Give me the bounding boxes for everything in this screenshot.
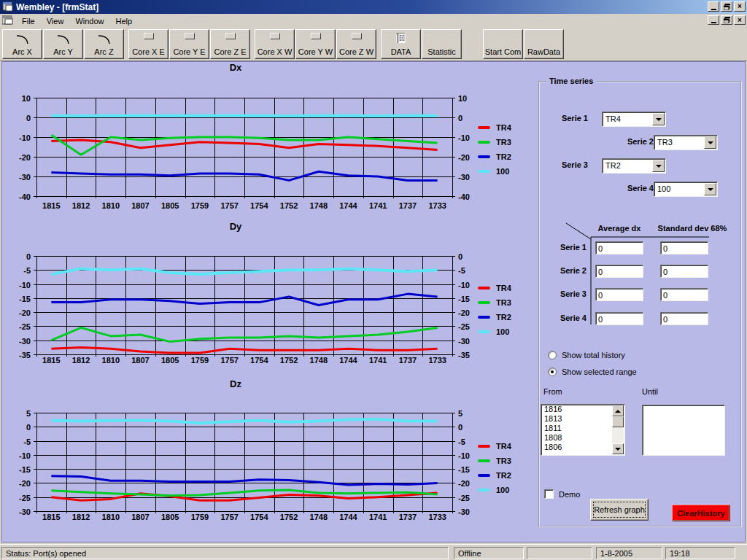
svg-text:-5: -5 xyxy=(458,266,465,275)
toolbar-button-rawdata[interactable]: RawData xyxy=(524,29,564,59)
toolbar-button-core-y-w[interactable]: Core Y W xyxy=(295,29,336,59)
legend-swatch xyxy=(478,316,490,319)
refresh-graph-button[interactable]: Refresh graph xyxy=(590,499,649,521)
toolbar-button-core-z-e[interactable]: Core Z E xyxy=(210,29,250,59)
chevron-down-icon[interactable] xyxy=(652,113,665,125)
clear-history-button[interactable]: ClearHistory xyxy=(672,505,730,521)
serie-2-combobox[interactable]: TR3 xyxy=(654,135,718,150)
svg-text:1810: 1810 xyxy=(102,356,120,365)
svg-text:0: 0 xyxy=(26,114,31,122)
scroll-thumb[interactable] xyxy=(612,416,624,427)
combobox-value: TR3 xyxy=(657,138,673,147)
from-listbox[interactable]: 18161813181118081806 xyxy=(541,404,625,456)
svg-text:Dx: Dx xyxy=(230,62,242,73)
svg-text:-30: -30 xyxy=(19,508,31,516)
scroll-down-button[interactable] xyxy=(612,443,624,454)
svg-text:1812: 1812 xyxy=(72,513,90,521)
menu-window[interactable]: Window xyxy=(69,15,109,27)
toolbar-button-label: Core Z W xyxy=(337,47,376,56)
until-listbox[interactable] xyxy=(642,405,725,456)
form-icon[interactable] xyxy=(2,15,13,26)
toolbar-button-label: Start Com xyxy=(484,47,522,56)
serie-2-label: Serie 2 xyxy=(616,137,654,146)
svg-text:1759: 1759 xyxy=(191,201,209,210)
menu-view[interactable]: View xyxy=(41,15,70,27)
series-line-100 xyxy=(51,419,437,423)
svg-text:-5: -5 xyxy=(458,438,465,446)
svg-text:1810: 1810 xyxy=(102,201,120,210)
stddev-field-serie-2[interactable] xyxy=(660,265,708,278)
scroll-up-button[interactable] xyxy=(612,405,624,416)
stddev-field-serie-3[interactable] xyxy=(660,288,708,301)
svg-text:1812: 1812 xyxy=(72,356,90,365)
svg-text:-20: -20 xyxy=(19,153,31,162)
toolbar-button-core-x-e[interactable]: Core X E xyxy=(128,29,169,59)
serie-4-combobox[interactable]: 100 xyxy=(654,182,718,197)
svg-text:1741: 1741 xyxy=(369,201,387,210)
legend-label: 100 xyxy=(496,167,509,176)
toolbar-button-arc-z[interactable]: Arc Z xyxy=(84,29,124,59)
avg-dx-field-serie-4[interactable] xyxy=(595,312,643,325)
stats-row-2-label: Serie 2 xyxy=(544,266,587,275)
stddev-field-serie-1[interactable] xyxy=(660,241,708,254)
stats-header-stddev: Standard dev 68% xyxy=(649,224,735,233)
radio-show-selected-range[interactable]: Show selected range xyxy=(548,368,637,376)
toolbar-button-core-z-w[interactable]: Core Z W xyxy=(336,29,376,59)
toolbar-button-start-com[interactable]: Start Com xyxy=(483,29,523,59)
avg-dx-field-serie-1[interactable] xyxy=(595,241,643,254)
menubar: FileViewWindowHelp × xyxy=(0,14,747,28)
svg-text:-15: -15 xyxy=(19,465,31,474)
legend-item-tr2: TR2 xyxy=(478,310,529,324)
avg-dx-field-serie-2[interactable] xyxy=(595,265,643,278)
svg-text:0: 0 xyxy=(458,423,462,432)
minimize-button[interactable] xyxy=(708,1,719,12)
svg-text:-5: -5 xyxy=(23,438,31,446)
legend-swatch xyxy=(478,126,490,129)
legend-item-tr3: TR3 xyxy=(478,295,529,310)
menu-help[interactable]: Help xyxy=(110,15,139,27)
demo-checkbox[interactable] xyxy=(544,489,554,499)
stddev-field-serie-4[interactable] xyxy=(660,312,708,325)
svg-text:0: 0 xyxy=(458,114,462,122)
restore-button[interactable] xyxy=(721,1,732,12)
child-restore-button[interactable] xyxy=(721,15,732,25)
serie-3-combobox[interactable]: TR2 xyxy=(602,158,666,174)
svg-text:1752: 1752 xyxy=(280,513,298,521)
from-list-scrollbar[interactable] xyxy=(612,405,624,454)
chevron-down-icon[interactable] xyxy=(652,160,665,172)
toolbar-button-arc-x[interactable]: Arc X xyxy=(2,29,42,59)
menu-file[interactable]: File xyxy=(16,15,41,27)
combobox-value: TR4 xyxy=(605,114,621,123)
svg-text:-30: -30 xyxy=(19,337,31,346)
toolbar-button-label: Core Z E xyxy=(211,47,249,56)
toolbar-button-core-x-w[interactable]: Core X W xyxy=(255,29,295,59)
avg-dx-field-serie-3[interactable] xyxy=(595,288,643,301)
legend-item-tr3: TR3 xyxy=(478,135,529,149)
legend-item-tr4: TR4 xyxy=(478,281,529,295)
app-icon[interactable] xyxy=(2,1,13,13)
toolbar-button-data[interactable]: DATA xyxy=(381,29,421,59)
chevron-down-icon[interactable] xyxy=(704,183,716,195)
toolbar-button-core-y-e[interactable]: Core Y E xyxy=(169,29,209,59)
time-series-panel: Time series Serie 1TR4Serie 2TR3Serie 3T… xyxy=(538,81,742,527)
svg-text:-10: -10 xyxy=(458,451,470,460)
toolbar-button-statistic[interactable]: Statistic xyxy=(422,29,462,59)
svg-text:5: 5 xyxy=(458,409,462,418)
close-button[interactable]: × xyxy=(734,1,746,12)
child-minimize-button[interactable] xyxy=(708,15,719,25)
legend-label: 100 xyxy=(496,486,509,494)
legend-swatch xyxy=(478,474,490,477)
status-date: 1-8-2005 xyxy=(596,547,662,559)
serie-1-combobox[interactable]: TR4 xyxy=(602,112,666,127)
legend-swatch xyxy=(478,301,490,304)
legend-item-tr2: TR2 xyxy=(478,468,529,483)
radio-show-total-history[interactable]: Show total history xyxy=(548,351,625,359)
toolbar-button-arc-y[interactable]: Arc Y xyxy=(43,29,83,59)
svg-text:-25: -25 xyxy=(458,322,470,331)
demo-label: Demo xyxy=(559,490,580,499)
chevron-down-icon[interactable] xyxy=(704,136,716,149)
svg-text:-30: -30 xyxy=(458,173,470,182)
series-line-tr4 xyxy=(51,347,437,353)
child-close-button[interactable]: × xyxy=(734,15,746,25)
series-line-100 xyxy=(51,116,437,117)
